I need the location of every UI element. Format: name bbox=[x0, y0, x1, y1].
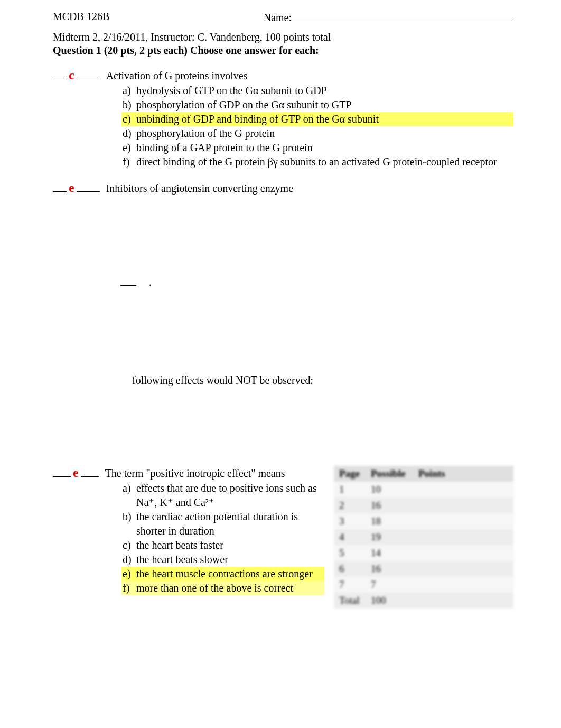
question-1: c Activation of G proteins involves a)hy… bbox=[53, 68, 513, 169]
answer-blank[interactable] bbox=[53, 466, 71, 477]
fragment-row: . bbox=[120, 275, 513, 289]
table-row: 419 bbox=[334, 529, 513, 545]
table-row: 216 bbox=[334, 497, 513, 513]
table-row-total: Total100 bbox=[334, 593, 513, 609]
fragment-text: following effects would NOT be observed: bbox=[132, 374, 313, 386]
option-f-partial: f)more than one of the above is correct bbox=[121, 581, 324, 595]
question-stem: The term "positive inotropic effect" mea… bbox=[105, 467, 285, 480]
question-heading: Question 1 (20 pts, 2 pts each) Choose o… bbox=[53, 44, 513, 57]
answer-blank[interactable] bbox=[120, 275, 136, 286]
name-label: Name: bbox=[264, 12, 292, 24]
answer-letter: c bbox=[69, 68, 74, 82]
option-b: b)the cardiac action potential duration … bbox=[121, 510, 324, 538]
option-e: e)binding of a GAP protein to the G prot… bbox=[121, 141, 513, 155]
col-points: Points bbox=[413, 466, 513, 482]
exam-info: Midterm 2, 2/16/2011, Instructor: C. Van… bbox=[53, 31, 513, 43]
answer-blank[interactable] bbox=[81, 466, 99, 477]
question-stem: Activation of G proteins involves bbox=[106, 70, 248, 82]
question-4-fragment: following effects would NOT be observed: bbox=[120, 373, 513, 386]
fragment-text: . bbox=[149, 277, 152, 289]
answer-blank[interactable] bbox=[77, 69, 100, 79]
table-row: 616 bbox=[334, 561, 513, 577]
name-blank-line[interactable] bbox=[292, 11, 513, 21]
question-2: e Inhibitors of angiotensin converting e… bbox=[53, 181, 513, 195]
option-c-highlighted: c)unbinding of GDP and binding of GTP on… bbox=[121, 112, 513, 126]
col-page: Page bbox=[334, 466, 366, 482]
answer-letter: e bbox=[69, 181, 74, 195]
table-row: 318 bbox=[334, 513, 513, 529]
col-possible: Possible bbox=[366, 466, 413, 482]
option-c: c)the heart beats faster bbox=[121, 538, 324, 552]
option-b: b)phosphorylation of GDP on the Gα subun… bbox=[121, 98, 513, 112]
question-stem: Inhibitors of angiotensin converting enz… bbox=[106, 182, 293, 195]
course-code: MCDB 126B bbox=[53, 11, 109, 24]
answer-blank[interactable] bbox=[53, 181, 67, 192]
option-d: d)the heart beats slower bbox=[121, 552, 324, 567]
answer-letter: e bbox=[73, 466, 79, 480]
option-a: a)effects that are due to positive ions … bbox=[121, 481, 324, 510]
answer-blank[interactable] bbox=[77, 181, 100, 192]
table-row: 77 bbox=[334, 577, 513, 593]
table-row: 110 bbox=[334, 482, 513, 497]
table-row: 514 bbox=[334, 545, 513, 561]
option-e-highlighted: e)the heart muscle contractions are stro… bbox=[121, 567, 324, 581]
option-a: a)hydrolysis of GTP on the Gα subunit to… bbox=[121, 84, 513, 98]
answer-blank[interactable] bbox=[53, 69, 67, 79]
option-d: d)phosphorylation of the G protein bbox=[121, 126, 513, 141]
score-table: Page Possible Points 110 216 318 419 514… bbox=[334, 466, 513, 609]
name-field: Name: bbox=[264, 11, 513, 24]
option-f: f)direct binding of the G protein βγ sub… bbox=[121, 155, 513, 169]
question-5: e The term "positive inotropic effect" m… bbox=[53, 466, 324, 595]
page-header: MCDB 126B Name: bbox=[53, 11, 513, 24]
table-header-row: Page Possible Points bbox=[334, 466, 513, 482]
